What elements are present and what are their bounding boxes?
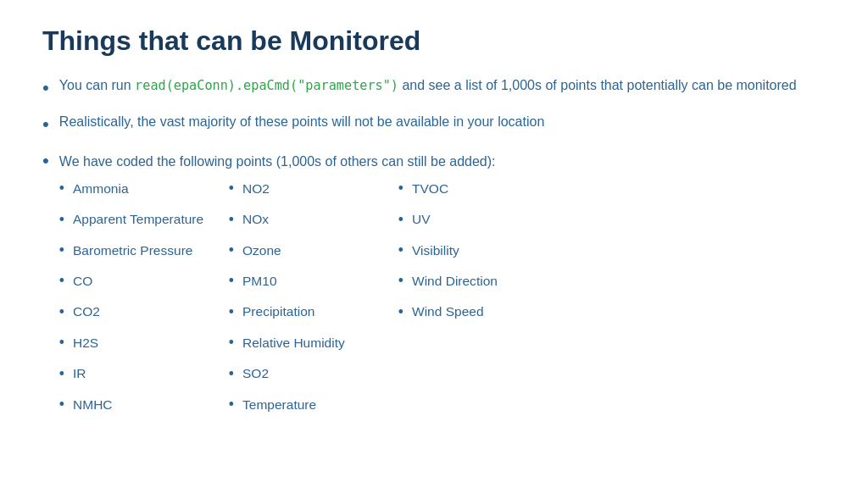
sub-columns: AmmoniaApparent TemperatureBarometric Pr… <box>59 177 568 424</box>
list-item: Temperature <box>229 393 398 415</box>
col-1: AmmoniaApparent TemperatureBarometric Pr… <box>59 177 229 424</box>
bullet-item-3: We have coded the following points (1,00… <box>42 148 826 424</box>
list-item: Apparent Temperature <box>59 208 229 230</box>
list-item: PM10 <box>229 269 398 291</box>
list-item: CO <box>59 269 229 291</box>
main-list: You can run read(epaConn).epaCmd("parame… <box>42 75 826 424</box>
list-item: Barometric Pressure <box>59 239 229 261</box>
list-item: H2S <box>59 331 229 353</box>
bullet-text-before-1: You can run <box>59 78 135 92</box>
list-item: Precipitation <box>229 301 398 323</box>
list-item: TVOC <box>398 177 568 199</box>
col-2: NO2NOxOzonePM10PrecipitationRelative Hum… <box>229 177 398 424</box>
list-item: NMHC <box>59 393 229 415</box>
page-title: Things that can be Monitored <box>42 25 826 57</box>
list-item: Wind Speed <box>398 301 568 323</box>
list-item: Wind Direction <box>398 269 568 291</box>
list-item: UV <box>398 208 568 230</box>
sub-section: We have coded the following points (1,00… <box>59 152 568 424</box>
list-item: IR <box>59 363 229 385</box>
list-item: Relative Humidity <box>229 331 398 353</box>
list-item: CO2 <box>59 301 229 323</box>
code-snippet: read(epaConn).epaCmd("parameters") <box>135 78 398 93</box>
col-3: TVOCUVVisibilityWind DirectionWind Speed <box>398 177 568 424</box>
bullet-text-2: Realistically, the vast majority of thes… <box>59 112 544 132</box>
list-item: Ammonia <box>59 177 229 199</box>
bullet-text-after-1: and see a list of 1,000s of points that … <box>398 78 797 92</box>
list-item: SO2 <box>229 363 398 385</box>
list-item: NOx <box>229 208 398 230</box>
list-item: Ozone <box>229 239 398 261</box>
list-item: NO2 <box>229 177 398 199</box>
bullet-text-3: We have coded the following points (1,00… <box>59 154 496 169</box>
bullet-item-2: Realistically, the vast majority of thes… <box>42 112 826 136</box>
list-item: Visibility <box>398 239 568 261</box>
bullet-text-1: You can run read(epaConn).epaCmd("parame… <box>59 75 797 96</box>
bullet-item-1: You can run read(epaConn).epaCmd("parame… <box>42 75 826 100</box>
